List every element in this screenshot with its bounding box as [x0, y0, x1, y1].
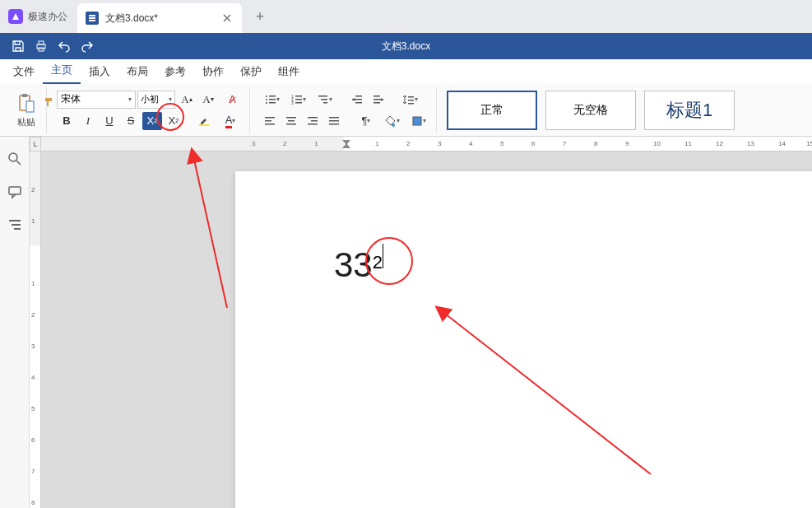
svg-rect-24 [355, 102, 362, 104]
shrink-font-icon[interactable]: A▾ [198, 91, 218, 109]
document-page[interactable]: 332 [235, 171, 812, 508]
svg-rect-36 [286, 124, 296, 125]
menu-layout[interactable]: 布局 [118, 59, 156, 84]
menu-protect[interactable]: 保护 [232, 59, 270, 84]
bullet-list-icon[interactable]: ▾ [260, 91, 285, 109]
decrease-indent-icon[interactable] [347, 91, 367, 109]
svg-point-9 [266, 99, 267, 100]
paste-button[interactable]: 粘贴 [12, 90, 41, 130]
bold-button[interactable]: B [57, 112, 77, 130]
increase-indent-icon[interactable] [369, 91, 388, 109]
print-icon[interactable] [30, 35, 53, 58]
comment-icon[interactable] [7, 184, 22, 199]
align-center-icon[interactable] [281, 112, 301, 130]
superscript-button[interactable]: X2 [142, 112, 162, 130]
search-icon[interactable] [7, 151, 22, 166]
app-name: 极速办公 [28, 10, 67, 24]
strikethrough-button[interactable]: S [121, 112, 141, 130]
vertical-ruler[interactable]: 2 1 1 2 3 4 5 6 7 8 [30, 151, 41, 508]
close-tab-icon[interactable] [220, 12, 234, 25]
clear-format-icon[interactable]: A̷ [220, 91, 244, 109]
font-size-value: 小初 [141, 93, 159, 105]
align-justify-icon[interactable] [324, 112, 344, 130]
ribbon-group-paragraph: ▾ 123▾ ▾ ▾ ¶▾ ▾ ▾ [255, 87, 437, 133]
svg-rect-41 [329, 120, 339, 122]
svg-rect-22 [355, 96, 362, 97]
format-painter-icon[interactable] [39, 93, 59, 111]
numbered-list-icon[interactable]: 123▾ [286, 91, 311, 109]
underline-button[interactable]: U [100, 112, 119, 130]
menu-insert[interactable]: 插入 [81, 59, 118, 84]
svg-rect-32 [265, 120, 271, 122]
menu-reference[interactable]: 参考 [156, 59, 194, 84]
italic-button[interactable]: I [78, 112, 98, 130]
svg-rect-27 [374, 102, 380, 104]
svg-rect-25 [374, 96, 380, 97]
ruler-row: L 3 2 1 1 2 3 4 5 6 7 8 9 10 11 12 13 14 [30, 137, 812, 151]
document-icon [86, 12, 99, 25]
line-spacing-icon[interactable]: ▾ [398, 91, 423, 109]
style-normal[interactable]: 正常 [447, 91, 537, 130]
svg-line-46 [194, 160, 227, 308]
menu-home[interactable]: 主页 [43, 58, 81, 84]
svg-rect-31 [265, 117, 275, 119]
svg-rect-39 [308, 124, 318, 125]
menu-collab[interactable]: 协作 [194, 59, 232, 84]
quick-access-bar: 文档3.docx [0, 33, 812, 59]
svg-rect-1 [39, 41, 44, 44]
paste-label: 粘贴 [17, 116, 35, 128]
font-family-value: 宋体 [61, 92, 81, 106]
svg-rect-21 [323, 102, 327, 104]
svg-rect-37 [308, 117, 318, 119]
subscript-button[interactable]: X2 [164, 112, 183, 130]
svg-rect-35 [288, 120, 295, 122]
undo-icon[interactable] [53, 35, 76, 58]
menu-addin[interactable]: 组件 [270, 59, 308, 84]
svg-rect-34 [286, 117, 296, 119]
svg-rect-30 [408, 103, 414, 105]
svg-point-11 [266, 102, 267, 104]
style-heading1[interactable]: 标题1 [644, 91, 735, 130]
outline-icon[interactable] [7, 217, 22, 232]
work-area: L 3 2 1 1 2 3 4 5 6 7 8 9 10 11 12 13 14 [0, 137, 812, 508]
svg-rect-28 [408, 96, 414, 98]
borders-icon[interactable]: ▾ [406, 112, 431, 130]
indent-marker-icon[interactable] [342, 137, 350, 151]
ribbon-group-font: 宋体 ▾ 小初 ▾ A▴ A▾ A̷ B I U S X2 X2 A▾ [52, 87, 250, 133]
highlight-color-icon[interactable] [192, 112, 216, 130]
svg-rect-18 [295, 102, 302, 104]
svg-point-7 [266, 96, 267, 97]
menu-bar: 文件 主页 插入 布局 参考 协作 保护 组件 [0, 59, 812, 84]
svg-rect-45 [9, 187, 21, 194]
chevron-down-icon: ▾ [169, 96, 172, 103]
left-sidebar [0, 137, 30, 508]
grow-font-icon[interactable]: A▴ [177, 91, 197, 109]
annotation-arrow-1 [186, 151, 235, 319]
align-left-icon[interactable] [260, 112, 280, 130]
svg-text:3: 3 [291, 100, 294, 105]
svg-rect-5 [26, 101, 34, 112]
multilevel-list-icon[interactable]: ▾ [313, 91, 337, 109]
svg-rect-4 [22, 94, 27, 97]
window-title: 文档3.docx [382, 40, 430, 54]
document-tab[interactable]: 文档3.docx* [77, 3, 242, 33]
save-icon[interactable] [7, 35, 30, 58]
page-content[interactable]: 332 [235, 171, 812, 359]
horizontal-ruler[interactable]: 3 2 1 1 2 3 4 5 6 7 8 9 10 11 12 13 14 1… [41, 137, 812, 151]
svg-rect-40 [329, 117, 339, 119]
app-logo-icon [8, 9, 23, 24]
svg-point-44 [9, 153, 17, 161]
font-size-select[interactable]: 小初 ▾ [137, 91, 175, 109]
svg-rect-43 [413, 117, 421, 125]
paragraph-mark-icon[interactable]: ¶▾ [354, 112, 378, 130]
redo-icon[interactable] [76, 35, 99, 58]
style-nospace[interactable]: 无空格 [545, 91, 636, 130]
font-family-select[interactable]: 宋体 ▾ [57, 91, 136, 109]
document-tab-title: 文档3.docx* [105, 12, 204, 26]
font-color-icon[interactable]: A▾ [218, 112, 243, 130]
add-tab-icon[interactable]: + [248, 5, 271, 28]
align-right-icon[interactable] [303, 112, 322, 130]
shading-icon[interactable]: ▾ [380, 112, 405, 130]
menu-file[interactable]: 文件 [5, 59, 43, 84]
ribbon-group-styles: 正常 无空格 标题1 [442, 87, 745, 133]
